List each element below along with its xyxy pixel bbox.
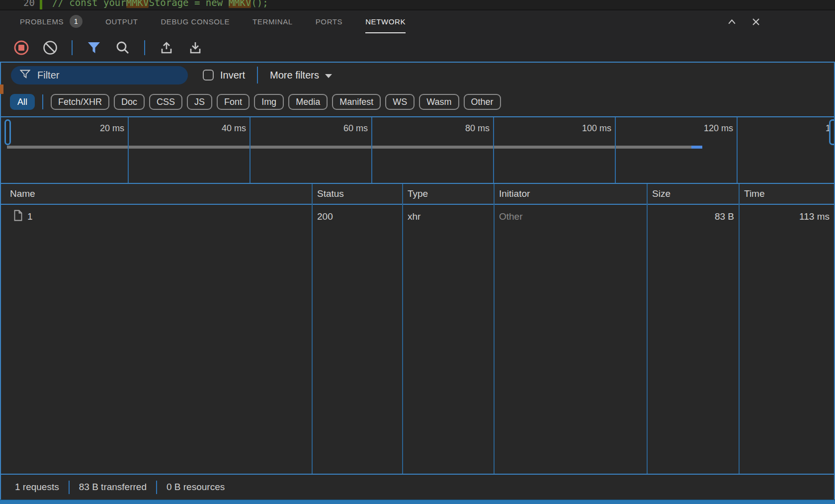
tab-ports[interactable]: PORTS	[316, 10, 342, 33]
tab-debug-console[interactable]: DEBUG CONSOLE	[161, 10, 230, 33]
request-initiator-cell: Other	[494, 211, 647, 222]
column-header-name[interactable]: Name	[1, 188, 312, 199]
code-segment: Storage = new	[149, 0, 228, 8]
tab-output-label: OUTPUT	[105, 17, 138, 26]
more-filters-button[interactable]: More filters	[270, 70, 332, 81]
filter-toggle-icon[interactable]	[85, 39, 102, 56]
ruler-gridline	[371, 117, 372, 183]
vscode-bottom-panel: 20// const yourMMKVStorage = new MMKV();…	[0, 0, 835, 504]
type-pill-doc[interactable]: Doc	[114, 94, 145, 110]
tab-terminal[interactable]: TERMINAL	[252, 10, 293, 33]
resource-type-filter-row: All Fetch/XHR Doc CSS JS Font Img Media …	[1, 87, 834, 116]
panel-bottom-focus-border	[0, 500, 835, 504]
type-pill-img[interactable]: Img	[254, 94, 284, 110]
clear-network-log-icon[interactable]	[42, 39, 59, 56]
invert-label: Invert	[220, 70, 245, 81]
code-segment: // const your	[52, 0, 126, 8]
type-pill-css[interactable]: CSS	[149, 94, 182, 110]
requests-table: Name Status Type Initiator Size Time 1 2…	[1, 184, 834, 475]
chevron-up-icon[interactable]	[726, 16, 738, 28]
column-header-type[interactable]: Type	[402, 188, 494, 199]
type-pill-fetch-xhr[interactable]: Fetch/XHR	[51, 94, 109, 110]
type-pill-js[interactable]: JS	[187, 94, 212, 110]
git-gutter-added-bar	[40, 0, 42, 9]
request-size-cell: 83 B	[647, 211, 739, 222]
column-header-status[interactable]: Status	[312, 188, 402, 199]
filter-funnel-icon	[20, 70, 30, 81]
more-filters-label: More filters	[270, 70, 319, 81]
network-status-bar: 1 requests 83 B transferred 0 B resource…	[1, 475, 834, 500]
type-pill-manifest[interactable]: Manifest	[332, 94, 381, 110]
network-toolbar	[0, 33, 835, 62]
column-header-size[interactable]: Size	[647, 188, 739, 199]
ruler-gridline	[250, 117, 250, 183]
column-separator[interactable]	[312, 184, 313, 474]
network-panel: Filter Invert More filters All Fetch/XHR…	[0, 62, 835, 500]
close-panel-icon[interactable]	[751, 16, 761, 27]
type-pill-all[interactable]: All	[10, 94, 35, 110]
record-stop-button[interactable]	[13, 39, 30, 56]
column-header-initiator[interactable]: Initiator	[494, 188, 647, 199]
overview-range-handle-left[interactable]	[4, 119, 11, 145]
requests-count: 1 requests	[15, 482, 59, 493]
filter-placeholder: Filter	[37, 70, 59, 81]
problems-count-badge: 1	[70, 15, 83, 28]
tab-network[interactable]: NETWORK	[365, 10, 406, 33]
ruler-time-label: 100 ms	[567, 123, 611, 134]
invert-filter[interactable]: Invert	[203, 70, 245, 81]
request-time-cell: 113 ms	[739, 211, 834, 222]
filter-row-separator	[257, 67, 258, 84]
panel-tab-bar: PROBLEMS 1 OUTPUT DEBUG CONSOLE TERMINAL…	[0, 10, 835, 33]
invert-checkbox[interactable]	[203, 70, 214, 81]
type-pill-other[interactable]: Other	[464, 94, 501, 110]
column-header-time[interactable]: Time	[739, 188, 834, 199]
status-separator	[69, 481, 70, 494]
left-edge-marker	[0, 84, 3, 94]
table-row[interactable]: 1 200 xhr Other 83 B 113 ms	[1, 205, 834, 229]
export-har-icon[interactable]	[187, 39, 204, 56]
code-segment: ();	[251, 0, 268, 8]
tab-ports-label: PORTS	[316, 17, 342, 26]
overview-timeline[interactable]: 20 ms40 ms60 ms80 ms100 ms120 ms140 ms	[1, 116, 834, 184]
ruler-time-label: 80 ms	[445, 123, 490, 134]
column-separator[interactable]	[647, 184, 648, 474]
type-pill-ws[interactable]: WS	[385, 94, 415, 110]
editor-strip: 20// const yourMMKVStorage = new MMKV();	[0, 0, 835, 10]
search-icon[interactable]	[114, 39, 131, 56]
overview-waterfall-bar	[7, 146, 691, 149]
panel-actions	[726, 10, 835, 33]
ruler-time-label: 20 ms	[80, 123, 124, 134]
ruler-time-label: 60 ms	[323, 123, 368, 134]
tab-debug-console-label: DEBUG CONSOLE	[161, 17, 230, 26]
toolbar-separator	[144, 40, 145, 55]
type-pill-media[interactable]: Media	[288, 94, 328, 110]
ruler-gridline	[737, 117, 738, 183]
tab-terminal-label: TERMINAL	[252, 17, 293, 26]
ruler-gridline	[128, 117, 129, 183]
line-number: 20	[0, 0, 40, 9]
column-separator[interactable]	[494, 184, 495, 474]
column-separator[interactable]	[739, 184, 740, 474]
overview-range-handle-right[interactable]	[829, 119, 834, 145]
column-separator[interactable]	[402, 184, 403, 474]
resources-size: 0 B resources	[167, 482, 225, 493]
ruler-gridline	[493, 117, 494, 183]
document-icon	[13, 210, 23, 224]
type-pill-wasm[interactable]: Wasm	[419, 94, 459, 110]
tab-network-label: NETWORK	[365, 17, 406, 26]
request-name-cell: 1	[1, 210, 312, 224]
filter-row: Filter Invert More filters	[1, 63, 834, 87]
code-segment-search-highlight: MMKV	[126, 0, 149, 8]
type-pill-font[interactable]: Font	[217, 94, 250, 110]
request-name: 1	[27, 211, 33, 222]
ruler-time-label: 40 ms	[201, 123, 246, 134]
code-line: 20// const yourMMKVStorage = new MMKV();	[0, 0, 268, 9]
tab-output[interactable]: OUTPUT	[105, 10, 138, 33]
import-har-icon[interactable]	[158, 39, 175, 56]
request-type-cell: xhr	[402, 211, 494, 222]
tab-problems[interactable]: PROBLEMS 1	[20, 10, 83, 33]
requests-table-header: Name Status Type Initiator Size Time	[1, 184, 834, 205]
request-status-cell: 200	[312, 211, 402, 222]
code-segment-search-highlight: MMKV	[229, 0, 251, 8]
filter-input[interactable]: Filter	[11, 66, 188, 84]
